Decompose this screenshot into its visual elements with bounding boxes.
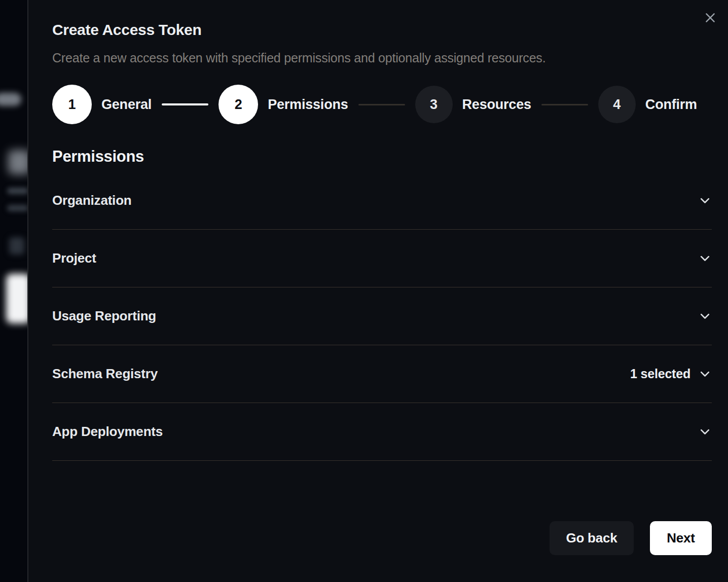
stepper-step-permissions[interactable]: 2 Permissions bbox=[219, 85, 348, 124]
accordion-row-organization[interactable]: Organization bbox=[52, 172, 712, 230]
dialog-subtitle: Create a new access token with specified… bbox=[52, 51, 712, 65]
step-label: General bbox=[101, 97, 152, 113]
step-label: Permissions bbox=[268, 97, 348, 113]
accordion-row-schema-registry[interactable]: Schema Registry 1 selected bbox=[52, 345, 712, 403]
dialog-footer: Go back Next bbox=[52, 521, 712, 555]
step-number-badge: 1 bbox=[52, 85, 92, 124]
accordion-label: App Deployments bbox=[52, 424, 163, 440]
permissions-accordion: Organization Project Usage Reporting bbox=[52, 172, 712, 461]
accordion-label: Schema Registry bbox=[52, 366, 158, 382]
step-number-badge: 3 bbox=[415, 86, 453, 123]
close-icon[interactable] bbox=[703, 10, 718, 25]
go-back-button[interactable]: Go back bbox=[550, 521, 634, 555]
stepper-connector bbox=[541, 104, 588, 105]
accordion-row-project[interactable]: Project bbox=[52, 230, 712, 287]
next-button[interactable]: Next bbox=[650, 521, 712, 555]
chevron-down-icon bbox=[698, 309, 712, 323]
accordion-row-app-deployments[interactable]: App Deployments bbox=[52, 403, 712, 461]
chevron-down-icon bbox=[698, 194, 712, 207]
chevron-down-icon bbox=[698, 367, 712, 381]
accordion-label: Project bbox=[52, 250, 96, 266]
background-app bbox=[0, 0, 28, 582]
background-blur-text bbox=[7, 188, 28, 194]
dialog-title: Create Access Token bbox=[52, 21, 712, 39]
stepper-step-general[interactable]: 1 General bbox=[52, 85, 152, 124]
stepper-connector bbox=[358, 104, 405, 105]
background-blur-card bbox=[6, 274, 28, 323]
background-blur-text bbox=[7, 205, 28, 211]
accordion-label: Usage Reporting bbox=[52, 308, 156, 324]
stepper-step-confirm[interactable]: 4 Confirm bbox=[598, 86, 697, 123]
background-blur-icon bbox=[9, 237, 24, 254]
step-label: Confirm bbox=[645, 97, 697, 113]
stepper-step-resources[interactable]: 3 Resources bbox=[415, 86, 531, 123]
permissions-heading: Permissions bbox=[52, 148, 712, 166]
background-blur-blob bbox=[8, 150, 28, 174]
chevron-down-icon bbox=[698, 251, 712, 265]
step-number-badge: 4 bbox=[598, 86, 636, 123]
wizard-stepper: 1 General 2 Permissions 3 Resources 4 Co… bbox=[52, 85, 712, 124]
accordion-label: Organization bbox=[52, 193, 132, 208]
chevron-down-icon bbox=[698, 425, 712, 439]
create-access-token-dialog: Create Access Token Create a new access … bbox=[27, 0, 728, 582]
step-number-badge: 2 bbox=[219, 85, 258, 124]
selection-count: 1 selected bbox=[630, 367, 690, 381]
step-label: Resources bbox=[462, 97, 531, 113]
accordion-row-usage-reporting[interactable]: Usage Reporting bbox=[52, 287, 712, 345]
background-blur-pill bbox=[0, 93, 21, 106]
stepper-connector bbox=[162, 103, 208, 105]
